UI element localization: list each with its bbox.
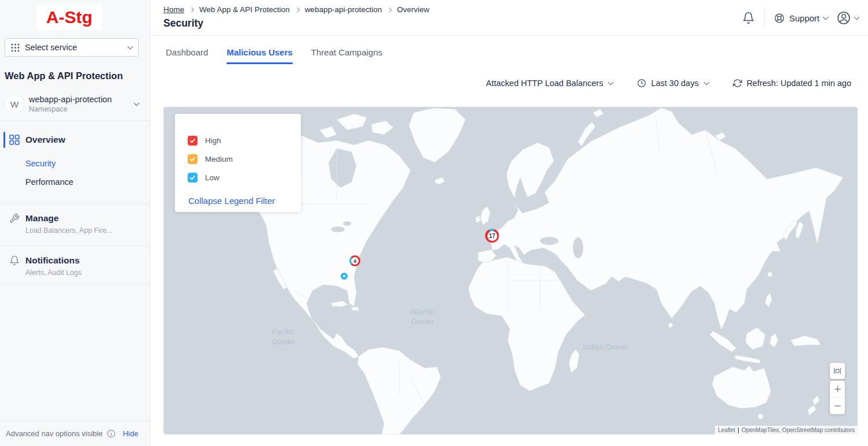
sidebar-item-notifications-subtitle: Alerts, Audit Logs [25,269,81,277]
divider [0,120,150,121]
chevron-down-icon [134,101,140,106]
tab-threat-campaigns[interactable]: Threat Campaigns [311,47,382,64]
refresh-icon [733,79,742,88]
checkbox-high[interactable] [188,136,198,146]
chevron-right-icon [387,8,392,12]
divider [764,8,765,28]
support-label: Support [789,13,819,23]
namespace-meta: webapp-api-protection Namespace [29,95,135,113]
legend-row-medium: Medium [188,154,233,164]
marker-cluster-count: 4 [351,257,359,265]
plus-icon [833,385,842,393]
main-content: Home Web App & API Protection webapp-api… [150,0,868,446]
check-icon [189,156,196,162]
refresh-button[interactable]: Refresh: Updated 1 min ago [733,79,851,88]
time-range-dropdown[interactable]: Last 30 days [637,79,708,88]
check-icon [189,174,196,181]
fit-bounds-button[interactable] [830,363,845,379]
marker-cluster-us-east[interactable]: 4 [349,255,360,266]
lifebuoy-icon [774,13,785,24]
checkbox-low[interactable] [188,173,198,183]
map-fit-bounds-control [830,363,845,379]
breadcrumb-service[interactable]: Web App & API Protection [199,5,290,14]
header: Home Web App & API Protection webapp-api… [150,0,868,36]
leaflet-link[interactable]: Leaflet [718,427,735,433]
map-controls-row: Attacked HTTP Load Balancers Last 30 day… [486,79,851,88]
clock-icon [637,79,646,88]
active-nav-indicator [3,132,5,148]
world-map[interactable]: Atlantic Ocean Pacific Ocean Indian Ocea… [163,107,858,434]
divider [738,428,739,433]
marker-point-us-southeast[interactable] [341,273,348,280]
collapse-legend-filter-link[interactable]: Collapse Legend Filter [188,196,275,206]
tab-malicious-users[interactable]: Malicious Users [226,47,292,64]
service-selector-label: Select service [25,43,128,52]
sidebar-item-manage-label[interactable]: Manage [25,213,59,224]
breadcrumb-namespace[interactable]: webapp-api-protection [305,5,382,14]
namespace-type-label: Namespace [29,105,135,113]
sidebar-footer: Advanced nav options visible Hide [0,421,150,446]
overview-grid-icon [9,135,20,145]
sidebar-section-title: Web App & API Protection [5,70,123,81]
brand-logo[interactable]: A-Stg [37,5,102,30]
chevron-down-icon [703,80,709,86]
map-attribution: Leaflet OpenMapTiles, OpenStreetMap cont… [715,426,858,434]
chevron-right-icon [189,8,194,12]
account-menu[interactable] [837,11,859,25]
namespace-avatar: W [5,94,24,114]
map-zoom-control [830,381,845,414]
divider [0,203,150,204]
bell-icon [9,255,20,266]
chevron-right-icon [295,8,299,12]
tab-bar: Dashboard Malicious Users Threat Campaig… [166,47,382,64]
marker-cluster-count: 17 [487,231,497,241]
chevron-down-icon [128,44,133,50]
namespace-selector[interactable]: W webapp-api-protection Namespace [5,91,146,117]
header-actions: Support [742,0,859,36]
sidebar-item-notifications-label[interactable]: Notifications [25,255,80,266]
legend-filter-panel: High Medium Low [175,114,301,212]
notifications-bell-button[interactable] [742,12,755,24]
checkbox-medium[interactable] [188,154,198,164]
sidebar-item-security[interactable]: Security [25,159,55,168]
chevron-down-icon [854,14,860,20]
tab-dashboard[interactable]: Dashboard [166,47,208,64]
namespace-name: webapp-api-protection [29,95,135,104]
fit-bounds-icon [833,366,842,376]
refresh-status-label: Refresh: Updated 1 min ago [747,79,851,88]
chevron-down-icon [823,14,829,20]
tile-sources-links[interactable]: OpenMapTiles, OpenStreetMap contributors [742,427,855,433]
legend-label-high: High [205,136,221,145]
sidebar-item-overview-label[interactable]: Overview [25,135,65,145]
wrench-icon [9,213,20,224]
legend-label-low: Low [205,173,219,182]
page: A-Stg Select service Web App & API Prote… [0,0,868,446]
breadcrumb: Home Web App & API Protection webapp-api… [163,5,429,14]
page-title: Security [163,17,203,29]
zoom-in-button[interactable] [830,381,845,397]
divider [0,246,150,246]
check-icon [189,137,196,144]
info-icon[interactable] [107,429,116,438]
sidebar: A-Stg Select service Web App & API Prote… [0,0,150,446]
apps-grid-icon [11,43,20,52]
brand-logo-text: A-Stg [46,8,92,27]
time-range-label: Last 30 days [651,79,698,88]
marker-cluster-western-europe[interactable]: 17 [485,229,499,243]
divider [0,283,150,284]
zoom-out-button[interactable] [830,397,845,414]
sidebar-item-performance[interactable]: Performance [25,177,73,187]
legend-row-high: High [188,136,221,146]
breadcrumb-overview[interactable]: Overview [397,5,429,14]
legend-label-medium: Medium [205,155,233,163]
support-menu[interactable]: Support [774,13,828,24]
sidebar-item-manage-subtitle: Load Balancers, App Fire... [25,226,113,235]
service-selector[interactable]: Select service [5,38,139,57]
load-balancer-filter-label: Attacked HTTP Load Balancers [486,79,603,88]
hide-advanced-nav-link[interactable]: Hide [123,429,139,438]
user-icon [837,11,851,25]
breadcrumb-home[interactable]: Home [163,5,184,14]
load-balancer-filter-dropdown[interactable]: Attacked HTTP Load Balancers [486,79,613,88]
advanced-nav-text: Advanced nav options visible [6,429,103,438]
minus-icon [833,402,842,410]
